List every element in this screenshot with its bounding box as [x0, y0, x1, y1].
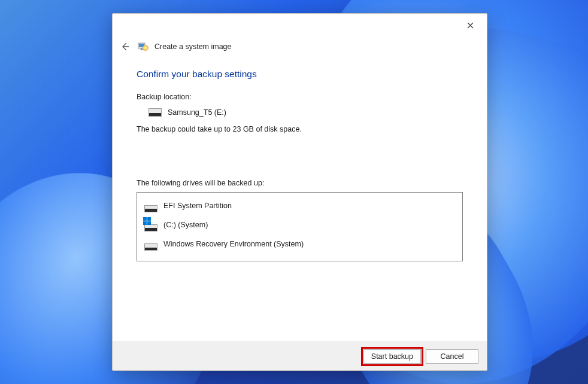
- wizard-header: Create a system image: [113, 36, 487, 56]
- dialog-content: Confirm your backup settings Backup loca…: [113, 56, 487, 342]
- list-item: (C:) (System): [143, 215, 456, 234]
- system-image-icon: [138, 41, 148, 52]
- drive-label: EFI System Partition: [163, 202, 232, 210]
- create-system-image-dialog: Create a system image Confirm your backu…: [112, 13, 487, 371]
- titlebar: [113, 14, 487, 36]
- backup-location-value: Samsung_T5 (E:): [168, 108, 226, 117]
- hard-drive-icon: [144, 224, 157, 231]
- hard-drive-icon: [144, 205, 157, 212]
- space-estimate: The backup could take up to 23 GB of dis…: [137, 125, 463, 133]
- drives-list: EFI System Partition (C:) (System) Windo…: [137, 192, 463, 261]
- backup-location-label: Backup location:: [137, 93, 463, 101]
- back-arrow-icon: [120, 42, 130, 51]
- svg-rect-3: [140, 50, 144, 50]
- windows-logo-icon: [143, 217, 151, 225]
- drives-label: The following drives will be backed up:: [137, 179, 463, 187]
- drive-icon-wrapper: [144, 199, 157, 212]
- wizard-title: Create a system image: [154, 42, 232, 51]
- close-icon: [467, 22, 474, 29]
- dialog-footer: Start backup Cancel: [113, 342, 487, 370]
- list-item: Windows Recovery Environment (System): [143, 234, 456, 254]
- drive-icon-wrapper: [144, 237, 157, 251]
- drive-icon-wrapper: [144, 218, 157, 231]
- close-button[interactable]: [458, 16, 482, 34]
- hard-drive-icon: [148, 108, 162, 117]
- page-title: Confirm your backup settings: [137, 69, 463, 80]
- list-item: EFI System Partition: [143, 196, 456, 215]
- drive-label: (C:) (System): [163, 221, 208, 229]
- start-backup-button[interactable]: Start backup: [363, 349, 421, 364]
- svg-rect-2: [141, 48, 143, 50]
- svg-point-5: [145, 47, 147, 49]
- back-button[interactable]: [119, 40, 132, 53]
- drive-label: Windows Recovery Environment (System): [163, 240, 304, 248]
- cancel-button[interactable]: Cancel: [426, 349, 478, 364]
- backup-location-row: Samsung_T5 (E:): [137, 108, 463, 117]
- hard-drive-icon: [144, 243, 157, 251]
